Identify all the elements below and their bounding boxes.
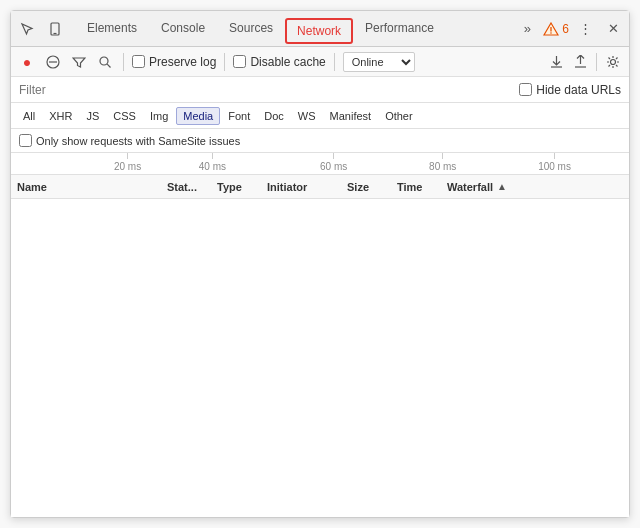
type-btn-font[interactable]: Font — [222, 108, 256, 124]
timeline-ruler: 20 ms 40 ms 60 ms 80 ms 100 ms — [11, 153, 629, 175]
ruler-mark-20ms: 20 ms — [114, 153, 141, 172]
tab-sources[interactable]: Sources — [217, 11, 285, 47]
th-initiator[interactable]: Initiator — [267, 181, 347, 193]
filter-btn[interactable] — [69, 52, 89, 72]
type-btn-all[interactable]: All — [17, 108, 41, 124]
th-name[interactable]: Name — [17, 181, 167, 193]
sort-arrow-icon: ▲ — [497, 181, 507, 192]
svg-point-3 — [551, 32, 553, 34]
hide-data-urls-label[interactable]: Hide data URLs — [519, 83, 621, 97]
type-btn-manifest[interactable]: Manifest — [324, 108, 378, 124]
clear-btn[interactable] — [43, 52, 63, 72]
more-tabs-btn[interactable]: » — [515, 17, 539, 41]
th-waterfall[interactable]: Waterfall ▲ — [447, 181, 623, 193]
import-btn[interactable] — [546, 52, 566, 72]
samesite-label[interactable]: Only show requests with SameSite issues — [19, 134, 240, 147]
hide-data-urls-checkbox[interactable] — [519, 83, 532, 96]
devtools-window: Elements Console Sources Network Perform… — [10, 10, 630, 518]
type-btn-xhr[interactable]: XHR — [43, 108, 78, 124]
preserve-log-label[interactable]: Preserve log — [132, 55, 216, 69]
content-area — [11, 199, 629, 517]
th-size[interactable]: Size — [347, 181, 397, 193]
ruler-mark-60ms: 60 ms — [320, 153, 347, 172]
toolbar-right — [546, 52, 623, 72]
preserve-log-checkbox[interactable] — [132, 55, 145, 68]
export-btn[interactable] — [570, 52, 590, 72]
ruler-marks: 20 ms 40 ms 60 ms 80 ms 100 ms — [17, 153, 623, 174]
disable-cache-label[interactable]: Disable cache — [233, 55, 325, 69]
th-time[interactable]: Time — [397, 181, 447, 193]
toolbar-divider-4 — [596, 53, 597, 71]
type-btn-js[interactable]: JS — [80, 108, 105, 124]
close-devtools-btn[interactable]: ✕ — [601, 17, 625, 41]
tab-bar-left-icons — [15, 17, 67, 41]
type-btn-css[interactable]: CSS — [107, 108, 142, 124]
device-icon-btn[interactable] — [43, 17, 67, 41]
toolbar: ● Preserve log Disable cach — [11, 47, 629, 77]
type-btn-other[interactable]: Other — [379, 108, 419, 124]
tab-elements[interactable]: Elements — [75, 11, 149, 47]
toolbar-divider-1 — [123, 53, 124, 71]
cursor-icon-btn[interactable] — [15, 17, 39, 41]
table-header: Name Stat... Type Initiator Size Time Wa… — [11, 175, 629, 199]
ruler-mark-100ms: 100 ms — [538, 153, 571, 172]
ruler-mark-40ms: 40 ms — [199, 153, 226, 172]
network-settings-btn[interactable] — [603, 52, 623, 72]
record-btn[interactable]: ● — [17, 52, 37, 72]
type-btn-media[interactable]: Media — [176, 107, 220, 125]
svg-line-7 — [107, 64, 110, 67]
type-btn-doc[interactable]: Doc — [258, 108, 290, 124]
samesite-row: Only show requests with SameSite issues — [11, 129, 629, 153]
type-btn-ws[interactable]: WS — [292, 108, 322, 124]
tab-performance[interactable]: Performance — [353, 11, 446, 47]
tab-bar: Elements Console Sources Network Perform… — [11, 11, 629, 47]
tab-network[interactable]: Network — [285, 18, 353, 44]
warning-icon — [543, 22, 559, 36]
th-status[interactable]: Stat... — [167, 181, 217, 193]
filter-input[interactable] — [19, 83, 513, 97]
svg-point-6 — [100, 57, 108, 65]
toolbar-divider-3 — [334, 53, 335, 71]
svg-point-10 — [611, 59, 616, 64]
devtools-menu-btn[interactable]: ⋮ — [573, 17, 597, 41]
samesite-checkbox[interactable] — [19, 134, 32, 147]
tab-bar-right: » 6 ⋮ ✕ — [515, 17, 625, 41]
type-btn-img[interactable]: Img — [144, 108, 174, 124]
disable-cache-checkbox[interactable] — [233, 55, 246, 68]
throttle-select[interactable]: Online — [343, 52, 415, 72]
search-btn[interactable] — [95, 52, 115, 72]
ruler-mark-80ms: 80 ms — [429, 153, 456, 172]
toolbar-divider-2 — [224, 53, 225, 71]
type-filter-row: All XHR JS CSS Img Media Font Doc WS Man… — [11, 103, 629, 129]
filter-row: Hide data URLs — [11, 77, 629, 103]
th-type[interactable]: Type — [217, 181, 267, 193]
tab-console[interactable]: Console — [149, 11, 217, 47]
warning-badge: 6 — [543, 22, 569, 36]
